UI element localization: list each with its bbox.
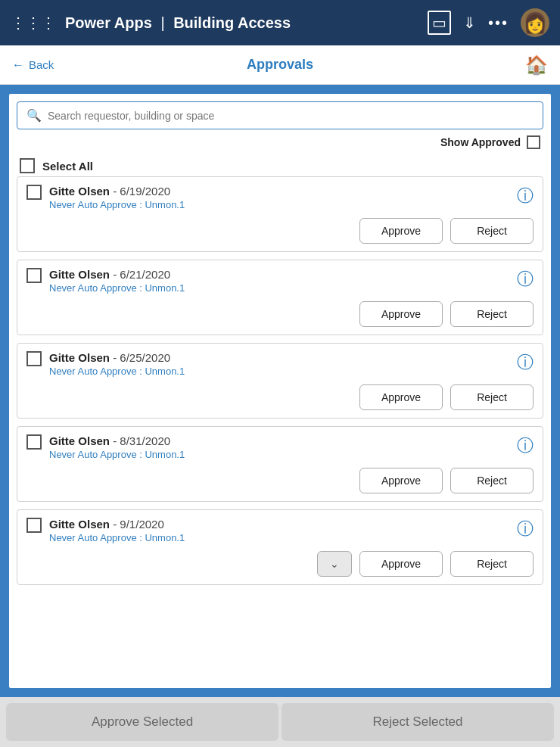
- item-header: Gitte Olsen - 6/25/2020 Never Auto Appro…: [26, 351, 534, 377]
- app-title: Power Apps | Building Access: [65, 14, 418, 32]
- item-header: Gitte Olsen - 6/19/2020 Never Auto Appro…: [26, 185, 534, 210]
- page-title: Approvals: [247, 57, 313, 73]
- back-label: Back: [29, 58, 54, 71]
- item-name: Gitte Olsen: [49, 518, 110, 531]
- item-name-date: Gitte Olsen - 6/25/2020: [49, 351, 185, 364]
- show-approved-row: Show Approved: [9, 129, 551, 152]
- back-arrow-icon: ←: [12, 58, 24, 72]
- info-icon[interactable]: ⓘ: [517, 351, 534, 374]
- approve-button[interactable]: Approve: [359, 218, 443, 244]
- item-checkbox[interactable]: [26, 518, 42, 533]
- info-icon[interactable]: ⓘ: [517, 434, 534, 457]
- approve-button[interactable]: Approve: [359, 301, 443, 327]
- item-sub[interactable]: Never Auto Approve : Unmon.1: [49, 366, 185, 377]
- item-header: Gitte Olsen - 9/1/2020 Never Auto Approv…: [26, 518, 534, 543]
- item-actions: Approve Reject: [26, 468, 534, 493]
- dropdown-button[interactable]: ⌄: [317, 551, 352, 577]
- info-icon[interactable]: ⓘ: [517, 268, 534, 291]
- approve-button[interactable]: Approve: [359, 551, 443, 577]
- item-checkbox[interactable]: [26, 185, 42, 200]
- item-actions: ⌄ Approve Reject: [26, 551, 534, 577]
- show-approved-label: Show Approved: [440, 136, 521, 148]
- select-all-label: Select All: [42, 160, 93, 173]
- item-actions: Approve Reject: [26, 384, 534, 410]
- expand-icon[interactable]: ▭: [428, 11, 451, 35]
- approve-button[interactable]: Approve: [359, 384, 443, 410]
- item-name-date: Gitte Olsen - 8/31/2020: [49, 434, 185, 447]
- sub-header: ← Back Approvals 🏠: [0, 45, 560, 85]
- reject-selected-button[interactable]: Reject Selected: [282, 703, 554, 741]
- item-name: Gitte Olsen: [49, 185, 110, 198]
- top-nav: ⋮⋮⋮ Power Apps | Building Access ▭ ⇓ •••…: [0, 0, 560, 45]
- reject-button[interactable]: Reject: [450, 551, 534, 577]
- item-date: - 6/19/2020: [110, 185, 170, 198]
- approval-list: Select All Gitte Olsen - 6/19/2020 Never…: [9, 152, 551, 688]
- item-name: Gitte Olsen: [49, 268, 110, 281]
- item-info: Gitte Olsen - 9/1/2020 Never Auto Approv…: [49, 518, 185, 543]
- item-info: Gitte Olsen - 6/19/2020 Never Auto Appro…: [49, 185, 185, 210]
- item-left: Gitte Olsen - 6/25/2020 Never Auto Appro…: [26, 351, 185, 377]
- item-left: Gitte Olsen - 6/21/2020 Never Auto Appro…: [26, 268, 185, 294]
- search-icon: 🔍: [26, 108, 42, 123]
- select-all-row: Select All: [17, 152, 543, 176]
- reject-button[interactable]: Reject: [450, 301, 534, 327]
- item-checkbox[interactable]: [26, 434, 42, 450]
- nav-actions: ▭ ⇓ ••• 👩: [428, 8, 549, 37]
- item-checkbox[interactable]: [26, 268, 42, 283]
- list-item: Gitte Olsen - 9/1/2020 Never Auto Approv…: [17, 509, 543, 585]
- item-left: Gitte Olsen - 6/19/2020 Never Auto Appro…: [26, 185, 185, 210]
- item-date: - 9/1/2020: [110, 518, 164, 531]
- item-info: Gitte Olsen - 6/25/2020 Never Auto Appro…: [49, 351, 185, 377]
- list-item: Gitte Olsen - 6/21/2020 Never Auto Appro…: [17, 260, 543, 335]
- info-icon[interactable]: ⓘ: [517, 518, 534, 540]
- home-icon[interactable]: 🏠: [525, 54, 548, 76]
- app-name-label: Power Apps: [65, 14, 152, 31]
- select-all-checkbox[interactable]: [20, 158, 35, 173]
- item-date: - 6/21/2020: [110, 268, 170, 281]
- item-actions: Approve Reject: [26, 301, 534, 327]
- item-info: Gitte Olsen - 8/31/2020 Never Auto Appro…: [49, 434, 185, 460]
- page-name-label: Building Access: [173, 14, 291, 31]
- item-info: Gitte Olsen - 6/21/2020 Never Auto Appro…: [49, 268, 185, 294]
- item-sub[interactable]: Never Auto Approve : Unmon.1: [49, 199, 185, 210]
- item-sub[interactable]: Never Auto Approve : Unmon.1: [49, 532, 185, 543]
- back-button[interactable]: ← Back: [12, 58, 54, 72]
- item-sub[interactable]: Never Auto Approve : Unmon.1: [49, 449, 185, 460]
- grid-icon[interactable]: ⋮⋮⋮: [11, 14, 56, 32]
- item-date: - 6/25/2020: [110, 351, 170, 364]
- list-item: Gitte Olsen - 8/31/2020 Never Auto Appro…: [17, 426, 543, 502]
- item-left: Gitte Olsen - 9/1/2020 Never Auto Approv…: [26, 518, 185, 543]
- reject-button[interactable]: Reject: [450, 218, 534, 244]
- item-name: Gitte Olsen: [49, 351, 110, 364]
- approve-selected-button[interactable]: Approve Selected: [6, 703, 278, 741]
- item-name-date: Gitte Olsen - 6/19/2020: [49, 185, 185, 198]
- title-separator: |: [157, 14, 169, 31]
- download-icon[interactable]: ⇓: [463, 14, 476, 32]
- list-item: Gitte Olsen - 6/25/2020 Never Auto Appro…: [17, 343, 543, 419]
- item-name: Gitte Olsen: [49, 434, 110, 447]
- item-actions: Approve Reject: [26, 218, 534, 244]
- search-input[interactable]: [48, 110, 534, 122]
- bottom-bar: Approve Selected Reject Selected: [0, 697, 560, 747]
- more-icon[interactable]: •••: [488, 14, 509, 32]
- search-bar: 🔍: [17, 101, 543, 129]
- item-sub[interactable]: Never Auto Approve : Unmon.1: [49, 282, 185, 294]
- item-date: - 8/31/2020: [110, 434, 170, 447]
- reject-button[interactable]: Reject: [450, 468, 534, 493]
- item-name-date: Gitte Olsen - 9/1/2020: [49, 518, 185, 531]
- approve-button[interactable]: Approve: [359, 468, 443, 493]
- item-header: Gitte Olsen - 8/31/2020 Never Auto Appro…: [26, 434, 534, 460]
- list-item: Gitte Olsen - 6/19/2020 Never Auto Appro…: [17, 176, 543, 252]
- inner-panel: 🔍 Show Approved Select All: [8, 92, 552, 689]
- main-content: 🔍 Show Approved Select All: [0, 85, 560, 697]
- user-avatar[interactable]: 👩: [521, 8, 549, 37]
- show-approved-checkbox[interactable]: [527, 135, 540, 149]
- info-icon[interactable]: ⓘ: [517, 185, 534, 207]
- item-header: Gitte Olsen - 6/21/2020 Never Auto Appro…: [26, 268, 534, 294]
- reject-button[interactable]: Reject: [450, 384, 534, 410]
- item-name-date: Gitte Olsen - 6/21/2020: [49, 268, 185, 281]
- item-checkbox[interactable]: [26, 351, 42, 366]
- item-left: Gitte Olsen - 8/31/2020 Never Auto Appro…: [26, 434, 185, 460]
